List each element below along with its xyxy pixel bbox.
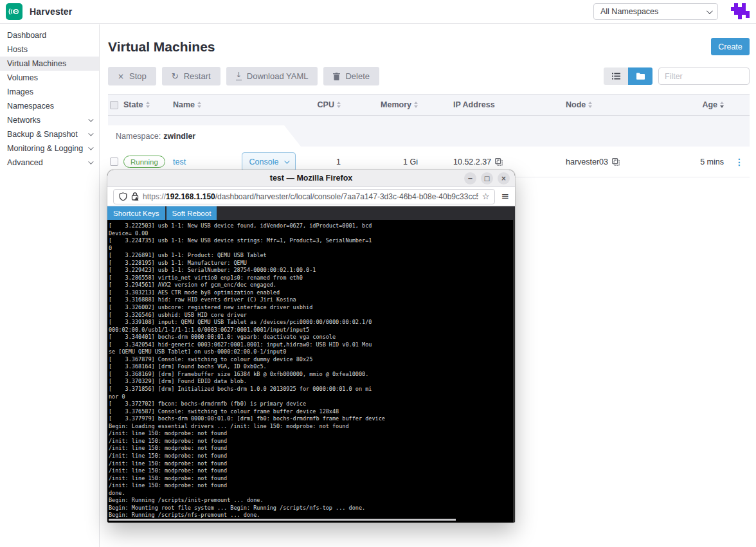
sort-icon [720, 102, 724, 108]
memory-cell: 1 Gi [346, 157, 423, 166]
chevron-down-icon [88, 145, 93, 150]
namespace-selector[interactable]: All Namespaces [593, 3, 718, 20]
soft-reboot-button[interactable]: Soft Reboot [166, 206, 217, 220]
stop-button[interactable]: × Stop [108, 67, 156, 85]
avatar[interactable] [731, 3, 750, 21]
download-yaml-button[interactable]: ↓ Download YAML [226, 67, 318, 85]
sidebar: Dashboard Hosts Virtual Machines Volumes… [0, 24, 100, 547]
shield-icon[interactable] [119, 192, 127, 201]
column-header-cpu[interactable]: CPU [296, 100, 346, 109]
minimize-button[interactable]: − [464, 172, 476, 184]
sidebar-item-networks[interactable]: Networks [0, 113, 99, 127]
chevron-down-icon [88, 159, 93, 164]
column-header-state[interactable]: State [123, 100, 170, 109]
status-badge: Running [123, 156, 165, 168]
sort-icon [146, 102, 150, 108]
column-header-node[interactable]: Node [564, 100, 696, 109]
chevron-down-icon [88, 116, 93, 121]
namespace-selector-value: All Namespaces [600, 7, 658, 16]
app-header: Harvester All Namespaces [0, 0, 756, 24]
create-button[interactable]: Create [711, 38, 750, 55]
select-all-checkbox[interactable] [110, 101, 118, 109]
copy-icon[interactable] [612, 158, 620, 166]
state-cell: Running [123, 156, 170, 168]
hamburger-menu-icon[interactable]: ≡ [501, 192, 509, 201]
ip-cell: 10.52.2.37 [423, 157, 564, 166]
close-button[interactable]: × [498, 172, 510, 184]
vnc-toolbar: Shortcut Keys Soft Reboot [107, 206, 515, 220]
namespace-group-row: Namespace: zwindler [108, 116, 750, 147]
console-output: [ 3.222503] usb 1-1: New USB device foun… [107, 220, 515, 519]
chevron-down-icon [285, 158, 290, 163]
download-icon: ↓ [236, 72, 242, 80]
column-header-memory[interactable]: Memory [346, 100, 423, 109]
sort-icon [197, 102, 201, 108]
sidebar-item-virtual-machines[interactable]: Virtual Machines [0, 57, 99, 71]
sidebar-item-hosts[interactable]: Hosts [0, 42, 99, 57]
brand: Harvester [6, 3, 72, 20]
row-checkbox[interactable] [110, 157, 118, 166]
folder-icon [636, 73, 645, 80]
list-view-button[interactable] [604, 67, 628, 85]
restart-icon: ↻ [172, 71, 179, 81]
sidebar-item-advanced[interactable]: Advanced [0, 156, 99, 170]
view-toggle [604, 67, 652, 85]
node-cell: harvester03 [564, 157, 696, 166]
trash-icon [333, 73, 340, 80]
x-icon: × [118, 72, 124, 81]
restart-button[interactable]: ↻ Restart [162, 67, 221, 85]
column-header-ip-address[interactable]: IP Address [423, 100, 564, 109]
namespace-group-tab: Namespace: zwindler [108, 125, 301, 147]
shortcut-keys-button[interactable]: Shortcut Keys [107, 206, 165, 220]
chevron-down-icon [88, 130, 93, 136]
lock-warning-icon[interactable] [131, 192, 139, 201]
sidebar-item-monitoring-logging[interactable]: Monitoring & Logging [0, 141, 99, 156]
vm-name-link[interactable]: test [173, 157, 186, 166]
console-dropdown-button[interactable]: Console [242, 152, 296, 172]
brand-name: Harvester [30, 6, 72, 17]
grouped-view-button[interactable] [628, 67, 652, 85]
delete-button[interactable]: Delete [323, 67, 379, 85]
sort-icon [337, 102, 341, 108]
column-header-name[interactable]: Name [170, 100, 242, 109]
harvester-logo-icon [6, 3, 22, 20]
vm-table: State Name CPU Memory IP Address Node [108, 94, 750, 177]
column-header-age[interactable]: Age [696, 100, 729, 109]
browser-navbar: https://192.168.1.150/dashboard/harveste… [107, 187, 515, 206]
cpu-cell: 1 [296, 157, 346, 166]
copy-icon[interactable] [495, 158, 503, 166]
sidebar-item-dashboard[interactable]: Dashboard [0, 28, 99, 42]
age-cell: 5 mins [696, 157, 729, 166]
vnc-console[interactable]: [ 3.222503] usb 1-1: New USB device foun… [107, 220, 515, 523]
namespace-name: zwindler [163, 132, 195, 141]
sidebar-item-namespaces[interactable]: Namespaces [0, 99, 99, 113]
page-title: Virtual Machines [108, 39, 215, 55]
url-bar[interactable]: https://192.168.1.150/dashboard/harveste… [113, 189, 495, 204]
horizontal-scrollbar[interactable] [109, 519, 456, 521]
window-title: test — Mozilla Firefox [270, 174, 353, 183]
list-icon [612, 73, 620, 80]
chevron-down-icon [706, 8, 713, 14]
filter-input[interactable] [658, 67, 750, 85]
sidebar-item-volumes[interactable]: Volumes [0, 71, 99, 85]
sort-icon [588, 102, 592, 108]
sort-icon [414, 102, 418, 108]
console-cell: Console [242, 152, 296, 172]
bookmark-star-icon[interactable]: ☆ [482, 192, 490, 201]
row-actions-menu[interactable]: ⋮ [729, 157, 750, 167]
sidebar-item-images[interactable]: Images [0, 85, 99, 99]
window-titlebar[interactable]: test — Mozilla Firefox − □ × [107, 170, 515, 187]
table-header: State Name CPU Memory IP Address Node [108, 94, 750, 116]
url-text: https://192.168.1.150/dashboard/harveste… [143, 192, 478, 201]
maximize-button[interactable]: □ [481, 172, 493, 184]
sidebar-item-backup-snapshot[interactable]: Backup & Snapshot [0, 127, 99, 141]
name-cell: test [170, 157, 242, 166]
firefox-window: test — Mozilla Firefox − □ × https://192… [107, 170, 515, 523]
vertical-scrollbar[interactable] [513, 220, 515, 523]
